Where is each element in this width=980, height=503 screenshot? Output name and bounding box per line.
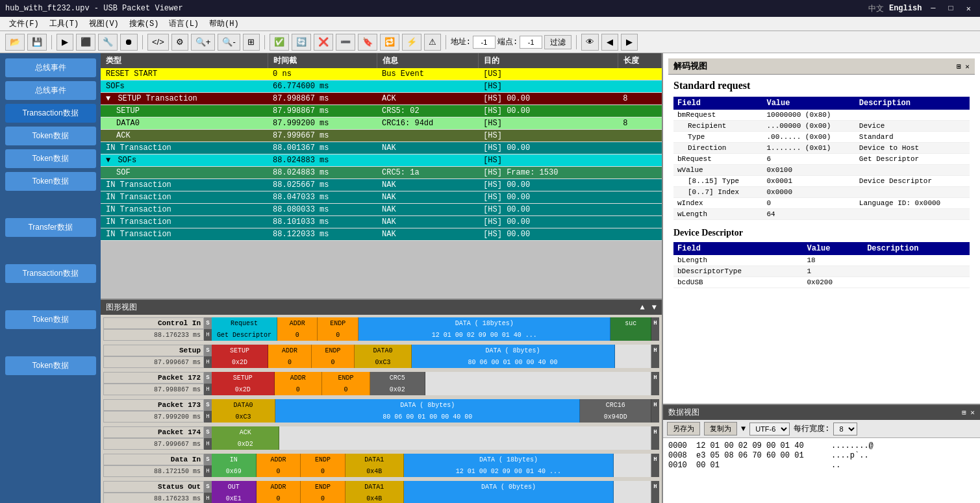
check-button[interactable]: ✅ [270,34,289,51]
filter-button[interactable]: 过滤 [544,35,572,49]
table-row[interactable]: IN Transaction 88.101033 ms NAK [HS] 00.… [101,216,662,228]
graphic-cells-top: RequestADDRENDPDATA ( 18bytes)suc [212,317,651,329]
sidebar-token-data-2[interactable]: Token数据 [5,149,96,168]
bookmark-button[interactable]: 🔖 [358,34,377,51]
menu-language[interactable]: 语言(L) [165,17,203,31]
graphic-scroll-up[interactable]: ▲ [640,303,644,312]
graphic-cell [614,481,651,493]
sh-h-marker-bottom: H [204,329,212,341]
decode-col-desc-2: Description [863,242,970,255]
maximize-button[interactable]: □ [945,3,957,14]
width-select[interactable]: 8 [833,423,857,436]
graphic-scroll-down[interactable]: ▼ [652,303,657,312]
row-time: 87.999667 ms [268,130,377,142]
sidebar-transaction-data-2[interactable]: Transaction数据 [5,264,96,283]
next-button[interactable]: ▶ [621,34,638,51]
record-button[interactable]: ⏺ [120,34,138,51]
close-button[interactable]: ✕ [962,3,975,15]
graphic-row-bottom: 88.176233 msH0xE1000x4B [103,493,659,503]
table-row[interactable]: ▼ SOFs 88.024883 ms [HS] [101,154,662,167]
table-row[interactable]: ACK 87.999667 ms [HS] [101,130,662,142]
sidebar-bus-event-2[interactable]: 总线事件 [5,81,96,100]
graphic-cell: IN [212,454,257,465]
table-row[interactable]: SOFs 66.774600 ms [HS] [101,80,662,93]
table-row[interactable]: ▼ SETUP Transaction 87.998867 ms ACK [HS… [101,93,662,105]
decode-value-2: 1 [803,266,863,277]
table-row[interactable]: DATA0 87.999200 ms CRC16: 94dd [HS] 8 [101,117,662,130]
capture-button[interactable]: 🔧 [98,34,118,51]
graphic-cell: ADDR [257,481,301,493]
save-as-button[interactable]: 另存为 [667,422,700,436]
prev-button[interactable]: ◀ [601,34,618,51]
fit-button[interactable]: ⊞ [243,34,260,51]
sidebar-token-data-1[interactable]: Token数据 [5,127,96,145]
sidebar-token-data-5[interactable]: Token数据 [5,356,96,375]
graphic-cell: ENDP [301,454,346,465]
graphic-cell: DATA ( 18bytes) [404,454,614,465]
zoom-in-button[interactable]: 🔍+ [191,34,216,51]
table-row[interactable]: SOF 88.024883 ms CRC5: 1a [HS] Frame: 15… [101,167,662,179]
hex-bytes: 12 01 00 02 09 00 01 40 [696,441,826,450]
cancel-button[interactable]: ❌ [314,34,333,51]
menu-help[interactable]: 帮助(H) [205,17,243,31]
row-dest: [HS] 00.00 [478,179,618,191]
sh-s-marker: S [204,399,212,411]
graphic-cell-value: 0x69 [212,465,257,477]
menu-tools[interactable]: 工具(T) [45,17,83,31]
address-input[interactable] [473,36,496,49]
graphic-cell-value: 0x2D [212,384,275,395]
code-button[interactable]: </> [147,34,169,51]
open-button[interactable]: 📂 [5,34,25,51]
graphic-row-time: 87.999667 ms [103,356,204,368]
lang-en[interactable]: English [889,4,922,13]
table-row[interactable]: IN Transaction 88.122033 ms NAK [HS] 00.… [101,228,662,241]
sidebar-transfer-data[interactable]: Transfer数据 [5,218,96,237]
sidebar-transaction-data[interactable]: Transaction数据 [5,104,96,123]
eye-button[interactable]: 👁 [581,34,599,51]
minus-button[interactable]: ➖ [336,34,355,51]
encoding-select[interactable]: UTF-6 [749,423,790,436]
graphic-cell-value [614,493,651,503]
graphic-cell-value: 0 [275,384,323,395]
lang-cn[interactable]: 中文 [868,3,884,14]
graphic-view: 图形视图 ▲ ▼ Control InSRequestADDRENDPDATA … [101,300,662,503]
decode-view-controls[interactable]: ⊞ ✕ [957,62,970,71]
menu-search[interactable]: 搜索(S) [125,17,163,31]
expand-arrow[interactable]: ▼ [106,156,110,165]
table-row[interactable]: IN Transaction 88.001367 ms NAK [HS] 00.… [101,142,662,154]
data-view-controls[interactable]: ⊞ ✕ [962,408,975,417]
col-info: 信息 [377,53,478,68]
toolbar-separator-2 [142,35,143,49]
endpoint-input[interactable] [520,36,542,49]
sidebar-token-data-3[interactable]: Token数据 [5,172,96,191]
minimize-button[interactable]: ─ [927,3,939,14]
settings-button[interactable]: ⚙ [171,34,188,51]
graphic-cells-bottom: Get Descriptor0012 01 00 02 09 00 01 40 … [212,329,651,341]
packet-list[interactable]: 类型 时间截 信息 目的 长度 RESET START 0 ns Bus Eve… [101,53,662,300]
menu-file[interactable]: 文件(F) [5,17,43,31]
refresh-button[interactable]: 🔄 [292,34,311,51]
play-button[interactable]: ▶ [57,34,73,51]
table-row[interactable]: IN Transaction 88.025667 ms NAK [HS] 00.… [101,179,662,191]
copy-as-button[interactable]: 复制为 [704,422,737,436]
graphic-cell-value [615,356,651,368]
graphic-cell: ENDP [318,317,358,329]
sidebar-token-data-4[interactable]: Token数据 [5,310,96,329]
row-time: 88.025667 ms [268,179,377,191]
table-row[interactable]: SETUP 87.998867 ms CRS5: 02 [HS] 00.00 [101,105,662,117]
table-row[interactable]: RESET START 0 ns Bus Event [US] [101,68,662,80]
table-row[interactable]: IN Transaction 88.047033 ms NAK [HS] 00.… [101,191,662,204]
graphic-cells-top: DATA0DATA ( 8bytes)CRC16 [212,399,651,411]
row-length [618,68,661,80]
alert-button[interactable]: ⚠ [424,34,441,51]
menu-view[interactable]: 视图(V) [85,17,123,31]
zoom-out-button[interactable]: 🔍- [218,34,240,51]
loop-button[interactable]: 🔁 [380,34,399,51]
save-button[interactable]: 💾 [27,34,47,51]
power-button[interactable]: ⚡ [402,34,421,51]
stop-button[interactable]: ⬛ [76,34,95,51]
sidebar-bus-event-1[interactable]: 总线事件 [5,58,96,77]
expand-arrow[interactable]: ▼ [106,94,110,103]
table-row[interactable]: IN Transaction 88.080033 ms NAK [HS] 00.… [101,204,662,216]
row-type: ▼ SOFs [101,154,268,167]
